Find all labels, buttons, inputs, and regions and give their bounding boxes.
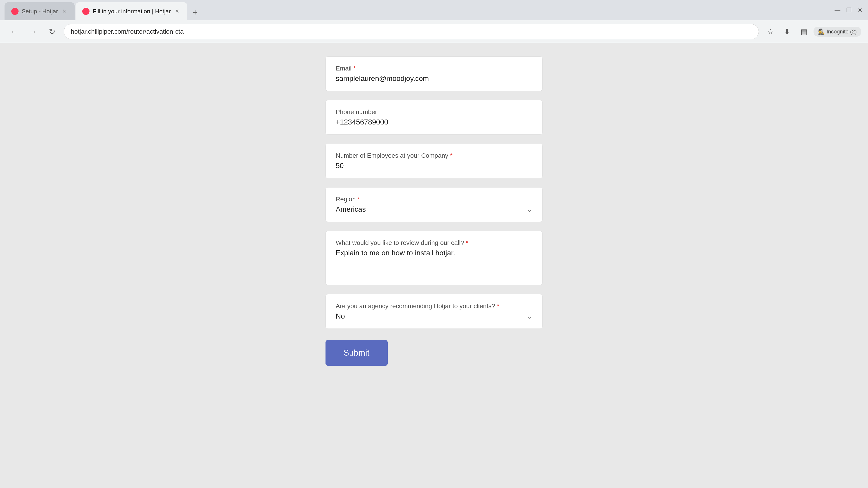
- browser-toolbar: ← → ↻ hotjar.chilipiper.com/router/activ…: [0, 20, 868, 43]
- form-container: Email * samplelauren@moodjoy.com Phone n…: [326, 57, 542, 475]
- call-review-label: What would you like to review during our…: [336, 239, 532, 247]
- employees-label: Number of Employees at your Company *: [336, 152, 532, 159]
- region-required-marker: *: [358, 196, 360, 203]
- window-controls: — ❐ ✕: [830, 0, 868, 20]
- phone-value: +123456789000: [336, 118, 532, 126]
- tab-1-close-button[interactable]: ✕: [61, 8, 68, 15]
- incognito-badge[interactable]: 🕵 Incognito (2): [813, 27, 861, 37]
- agency-value: No: [336, 312, 345, 320]
- reload-button[interactable]: ↻: [45, 24, 59, 39]
- call-review-field[interactable]: What would you like to review during our…: [326, 231, 542, 285]
- email-field[interactable]: Email * samplelauren@moodjoy.com: [326, 57, 542, 91]
- employees-field[interactable]: Number of Employees at your Company * 50: [326, 144, 542, 178]
- back-button[interactable]: ←: [7, 24, 21, 39]
- email-label: Email *: [336, 65, 532, 72]
- agency-chevron-down-icon: ⌄: [527, 312, 532, 320]
- browser-window: Setup - Hotjar ✕ Fill in your informatio…: [0, 0, 868, 488]
- toolbar-actions: ☆ ⬇ ▤ 🕵 Incognito (2): [763, 24, 861, 39]
- region-field[interactable]: Region * Americas ⌄: [326, 187, 542, 222]
- tab-fill-info[interactable]: Fill in your information | Hotjar ✕: [75, 2, 187, 20]
- forward-button[interactable]: →: [26, 24, 40, 39]
- hotjar-favicon-2: [82, 8, 90, 15]
- tab-2-label: Fill in your information | Hotjar: [93, 8, 170, 15]
- agency-select[interactable]: No ⌄: [336, 312, 532, 320]
- agency-label: Are you an agency recommending Hotjar to…: [336, 302, 532, 310]
- employees-value: 50: [336, 162, 532, 170]
- agency-field[interactable]: Are you an agency recommending Hotjar to…: [326, 294, 542, 329]
- minimize-button[interactable]: —: [834, 7, 841, 13]
- page-content: Email * samplelauren@moodjoy.com Phone n…: [0, 43, 868, 488]
- maximize-button[interactable]: ❐: [845, 7, 852, 13]
- region-label: Region *: [336, 196, 532, 203]
- region-chevron-down-icon: ⌄: [527, 205, 532, 213]
- hotjar-favicon-1: [11, 8, 19, 15]
- employees-required-marker: *: [450, 152, 453, 159]
- phone-label: Phone number: [336, 108, 532, 116]
- email-value: samplelauren@moodjoy.com: [336, 74, 532, 83]
- submit-button[interactable]: Submit: [326, 340, 388, 366]
- agency-required-marker: *: [497, 302, 499, 310]
- call-review-value: Explain to me on how to install hotjar.: [336, 249, 532, 257]
- region-value: Americas: [336, 205, 366, 214]
- tab-setup-hotjar[interactable]: Setup - Hotjar ✕: [4, 2, 74, 20]
- phone-field[interactable]: Phone number +123456789000: [326, 100, 542, 135]
- tab-2-close-button[interactable]: ✕: [174, 8, 181, 15]
- region-select[interactable]: Americas ⌄: [336, 205, 532, 214]
- incognito-label: Incognito (2): [827, 29, 857, 35]
- new-tab-button[interactable]: +: [188, 6, 202, 19]
- sidebar-button[interactable]: ▤: [797, 24, 811, 39]
- call-review-required-marker: *: [466, 239, 468, 247]
- incognito-icon: 🕵: [818, 29, 825, 35]
- bookmark-button[interactable]: ☆: [763, 24, 778, 39]
- close-button[interactable]: ✕: [857, 7, 864, 13]
- email-required-marker: *: [353, 65, 356, 72]
- address-bar[interactable]: hotjar.chilipiper.com/router/activation-…: [64, 24, 759, 39]
- tab-1-label: Setup - Hotjar: [22, 8, 58, 15]
- address-text: hotjar.chilipiper.com/router/activation-…: [71, 28, 752, 35]
- download-button[interactable]: ⬇: [780, 24, 795, 39]
